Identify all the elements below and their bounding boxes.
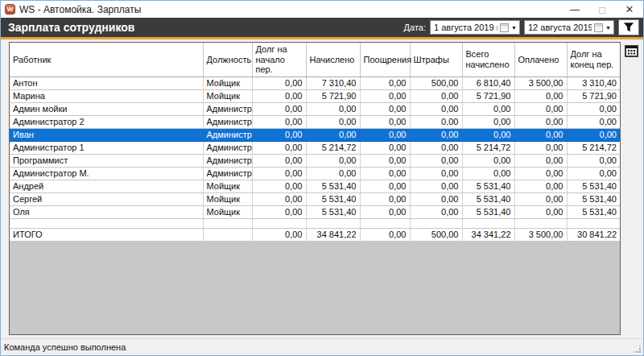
cell[interactable]: 0,00	[410, 115, 462, 128]
cell[interactable]: 0,00	[567, 167, 620, 180]
cell[interactable]: ИТОГО	[10, 228, 203, 241]
cell[interactable]: 0,00	[252, 102, 306, 115]
cell[interactable]: 3 310,40	[567, 77, 620, 89]
cell[interactable]: 5 531,40	[306, 180, 360, 192]
cell[interactable]: 0,00	[252, 77, 306, 89]
cell[interactable]: 5 214,72	[462, 141, 514, 154]
cell[interactable]: 0,00	[360, 192, 410, 205]
empty-row[interactable]	[10, 218, 620, 228]
cell[interactable]: 0,00	[306, 115, 360, 128]
cell[interactable]: 0,00	[462, 154, 514, 167]
column-header-3[interactable]: Долг на начало пер.	[252, 43, 306, 77]
cell[interactable]: 0,00	[567, 115, 620, 128]
column-header-1[interactable]: Работник	[10, 43, 203, 77]
cell[interactable]: Администратор	[203, 102, 252, 115]
cell[interactable]: 0,00	[306, 154, 360, 167]
table-row[interactable]: Администратор 1Администратор0,005 214,72…	[10, 141, 620, 154]
table-row[interactable]: Админ мойкиАдминистратор0,000,000,000,00…	[10, 102, 620, 115]
cell[interactable]: 0,00	[462, 102, 514, 115]
cell[interactable]: 0,00	[360, 154, 410, 167]
cell[interactable]: 3 500,00	[514, 77, 567, 89]
cell[interactable]: Оля	[10, 205, 203, 218]
column-header-4[interactable]: Начислено	[306, 43, 360, 77]
cell[interactable]: 0,00	[514, 205, 567, 218]
cell[interactable]: 5 721,90	[306, 89, 360, 102]
total-row[interactable]: ИТОГО0,0034 841,220,00500,0034 341,223 5…	[10, 228, 620, 241]
column-header-7[interactable]: Всего начислено	[462, 43, 514, 77]
date-to-input[interactable]: 12 августа 2019 г. ▼	[524, 20, 614, 35]
cell[interactable]: 5 531,40	[462, 192, 514, 205]
cell[interactable]: 0,00	[514, 102, 567, 115]
cell[interactable]: 0,00	[410, 167, 462, 180]
cell[interactable]: 0,00	[252, 154, 306, 167]
cell[interactable]: 7 310,40	[306, 77, 360, 89]
cell[interactable]: Иван	[10, 128, 203, 141]
cell[interactable]	[203, 228, 252, 241]
cell[interactable]: 0,00	[360, 228, 410, 241]
cell[interactable]: 0,00	[360, 89, 410, 102]
cell[interactable]: 0,00	[514, 128, 567, 141]
table-row[interactable]: СергейМойщик0,005 531,400,000,005 531,40…	[10, 192, 620, 205]
cell[interactable]: 0,00	[567, 102, 620, 115]
cell[interactable]: Мойщик	[203, 89, 252, 102]
table-row[interactable]: ПрограммистАдминистратор0,000,000,000,00…	[10, 154, 620, 167]
cell[interactable]: 0,00	[410, 180, 462, 192]
cell[interactable]: 3 500,00	[514, 228, 567, 241]
cell[interactable]: 0,00	[514, 192, 567, 205]
cell[interactable]: 0,00	[306, 102, 360, 115]
cell[interactable]: 0,00	[514, 141, 567, 154]
cell[interactable]: 0,00	[410, 102, 462, 115]
cell[interactable]: 0,00	[360, 128, 410, 141]
cell[interactable]: 5 531,40	[567, 180, 620, 192]
cell[interactable]: 0,00	[410, 128, 462, 141]
cell[interactable]: 0,00	[360, 205, 410, 218]
cell[interactable]: 0,00	[252, 167, 306, 180]
cell[interactable]	[360, 218, 410, 228]
table-row[interactable]: АндрейМойщик0,005 531,400,000,005 531,40…	[10, 180, 620, 192]
cell[interactable]: 0,00	[567, 154, 620, 167]
cell[interactable]: 0,00	[252, 141, 306, 154]
table-row[interactable]: АнтонМойщик0,007 310,400,00500,006 810,4…	[10, 77, 620, 89]
cell[interactable]: 0,00	[462, 167, 514, 180]
cell[interactable]: 5 531,40	[306, 205, 360, 218]
table-row[interactable]: МаринаМойщик0,005 721,900,000,005 721,90…	[10, 89, 620, 102]
cell[interactable]: Администратор	[203, 128, 252, 141]
cell[interactable]: 0,00	[514, 115, 567, 128]
cell[interactable]: 0,00	[360, 102, 410, 115]
minimize-button[interactable]: —	[561, 1, 588, 18]
date-from-input[interactable]: 1 августа 2019 г. ▼	[430, 20, 520, 35]
cell[interactable]: 500,00	[410, 228, 462, 241]
cell[interactable]: Администратор 2	[10, 115, 203, 128]
table-row[interactable]: Администратор М.Администратор0,000,000,0…	[10, 167, 620, 180]
table-row[interactable]: ОляМойщик0,005 531,400,000,005 531,400,0…	[10, 205, 620, 218]
cell[interactable]: 30 841,22	[567, 228, 620, 241]
cell[interactable]: 0,00	[410, 192, 462, 205]
cell[interactable]: 0,00	[252, 205, 306, 218]
maximize-button[interactable]: ◻	[588, 1, 616, 18]
table-row[interactable]: ИванАдминистратор0,000,000,000,000,000,0…	[10, 128, 620, 141]
cell[interactable]: 0,00	[252, 180, 306, 192]
cell[interactable]: Мойщик	[203, 77, 252, 89]
table-row[interactable]: Администратор 2Администратор0,000,000,00…	[10, 115, 620, 128]
cell[interactable]	[252, 218, 306, 228]
cell[interactable]: 0,00	[514, 89, 567, 102]
cell[interactable]	[203, 218, 252, 228]
cell[interactable]: Мойщик	[203, 180, 252, 192]
cell[interactable]: 6 810,40	[462, 77, 514, 89]
cell[interactable]: 0,00	[462, 128, 514, 141]
filter-button[interactable]	[618, 19, 639, 35]
cell[interactable]: 5 721,90	[567, 89, 620, 102]
column-header-2[interactable]: Должность	[203, 43, 252, 77]
cell[interactable]: 5 531,40	[462, 205, 514, 218]
cell[interactable]	[514, 218, 567, 228]
cell[interactable]: 0,00	[360, 141, 410, 154]
cell[interactable]: 0,00	[252, 128, 306, 141]
cell[interactable]: 0,00	[360, 77, 410, 89]
cell[interactable]: Админ мойки	[10, 102, 203, 115]
cell[interactable]: Сергей	[10, 192, 203, 205]
cell[interactable]	[306, 218, 360, 228]
cell[interactable]: 5 214,72	[306, 141, 360, 154]
cell[interactable]: 5 721,90	[462, 89, 514, 102]
cell[interactable]: 0,00	[306, 128, 360, 141]
cell[interactable]: Администратор	[203, 115, 252, 128]
